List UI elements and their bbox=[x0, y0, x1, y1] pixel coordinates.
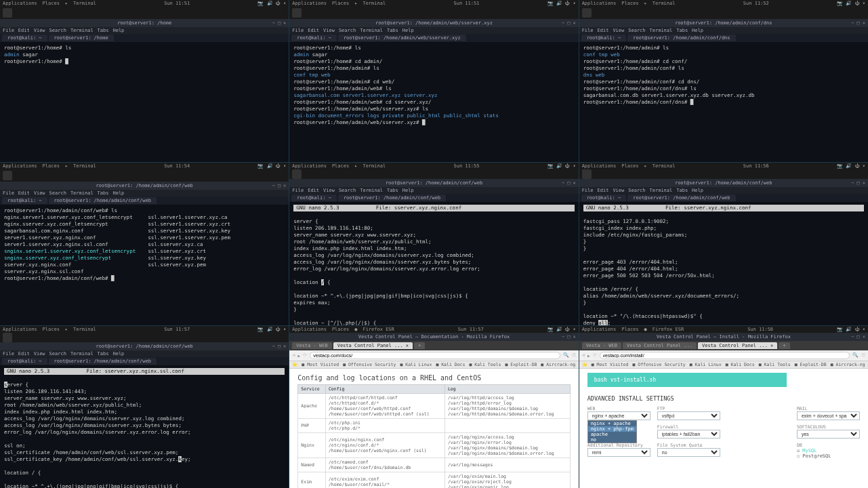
settings-grid: WEBnginx + apache nginx + apachenginx + … bbox=[579, 402, 868, 463]
reload-icon[interactable]: ⟳ bbox=[303, 352, 307, 358]
panel-9: ApplicationsPlaces●Firefox ESRSun 11:58📷… bbox=[579, 326, 868, 488]
install-cmd: bash vst-install.sh bbox=[587, 373, 787, 387]
panel-3: ApplicationsPlaces▸TerminalSun 11:52📷 🔊 … bbox=[579, 0, 868, 162]
repo-select[interactable]: remi bbox=[587, 448, 650, 457]
vesta-page: bash vst-install.sh ADVANCED INSTALL SET… bbox=[579, 369, 868, 488]
softaculous-select[interactable]: yes bbox=[797, 430, 860, 439]
postgresql-checkbox[interactable]: ☐ PostgreSQL bbox=[797, 453, 860, 459]
terminal[interactable]: root@server1:/home/admin/conf/web# lsngi… bbox=[0, 205, 289, 325]
firewall-select[interactable]: iptables + fail2ban bbox=[657, 430, 720, 439]
maximize-icon[interactable]: □ bbox=[278, 20, 281, 26]
bookmarks-bar: ⭐ ■ Most Visited■ Offensive Security■ Ka… bbox=[289, 361, 578, 369]
nano-editor[interactable]: GNU nano 2.5.3 File: sserver.xyz.nginx.c… bbox=[579, 202, 868, 325]
panel-8: ApplicationsPlaces●Firefox ESRSun 11:57📷… bbox=[289, 326, 578, 488]
minimize-icon[interactable]: − bbox=[272, 20, 275, 26]
tray-icons[interactable]: 📷 🔊 ⏻ ▾ bbox=[257, 1, 286, 6]
panel-4: ApplicationsPlaces▸TerminalSun 11:54📷 🔊 … bbox=[0, 163, 289, 325]
web-dropdown-open[interactable]: nginx + apachenginx + php-fpmapacheno bbox=[587, 420, 637, 443]
dock-item[interactable] bbox=[3, 8, 12, 18]
config-table: ServiceConfigLogApache/etc/httpd/conf/ht… bbox=[297, 384, 570, 488]
panel-1: ApplicationsPlaces▸TerminalSun 11:51📷 🔊 … bbox=[0, 0, 289, 162]
ftp-select[interactable]: vsftpd bbox=[657, 411, 720, 420]
panel-7: ApplicationsPlaces▸TerminalSun 11:57📷 🔊 … bbox=[0, 326, 289, 488]
nano-editor[interactable]: GNU nano 2.5.3 File: sserver.xyz.nginx.s… bbox=[0, 365, 289, 488]
gnome-topbar: ApplicationsPlaces▸TerminalSun 11:51📷 🔊 … bbox=[0, 0, 289, 7]
terminal[interactable]: root@server1:/home/admin# lsconf tmp web… bbox=[579, 42, 868, 162]
section-title: ADVANCED INSTALL SETTINGS bbox=[579, 395, 868, 402]
web-select[interactable]: nginx + apache bbox=[587, 411, 650, 420]
close-icon[interactable]: × bbox=[283, 20, 286, 26]
nano-editor[interactable]: GNU nano 2.5.3 File: sserver.xyz.nginx.c… bbox=[289, 202, 578, 325]
url-input[interactable] bbox=[310, 352, 560, 359]
menu-icon[interactable]: ☰ bbox=[572, 352, 576, 358]
tab[interactable]: root@kali: ~ bbox=[2, 35, 47, 41]
back-icon[interactable]: ◀ bbox=[292, 352, 295, 358]
forward-icon: ▶ bbox=[298, 353, 301, 358]
page-content: Config and log locations on a RHEL and C… bbox=[289, 369, 578, 488]
url-input[interactable] bbox=[600, 352, 850, 359]
window-titlebar: root@server1: /home−□× bbox=[0, 19, 289, 27]
terminal[interactable]: root@server1:/home# lsadmin sagarroot@se… bbox=[0, 42, 289, 162]
panel-6: ApplicationsPlaces▸TerminalSun 11:56📷 🔊 … bbox=[579, 163, 868, 325]
address-bar: ◀▶⟳🔍☰ bbox=[289, 350, 578, 361]
panel-2: ApplicationsPlaces▸TerminalSun 11:51📷 🔊 … bbox=[289, 0, 578, 162]
mysql-checkbox[interactable]: ☑ MySQL bbox=[797, 448, 860, 453]
tab-bar: root@kali: ~root@server1: /home bbox=[0, 34, 289, 42]
search-icon[interactable]: 🔍 bbox=[563, 352, 569, 358]
panel-5: ApplicationsPlaces▸TerminalSun 11:55📷 🔊 … bbox=[289, 163, 578, 325]
tab[interactable]: root@server1: /home bbox=[49, 35, 114, 41]
quota-select[interactable]: no bbox=[657, 448, 720, 457]
dock bbox=[0, 7, 289, 19]
mail-select[interactable]: exim + dovecot + spamassassin + clamav bbox=[797, 411, 860, 420]
terminal[interactable]: root@server1:/home# lsadmin sagarroot@se… bbox=[289, 42, 578, 162]
browser-tabs: Vesta - WEBVesta Control Panel ... ×+ bbox=[289, 341, 578, 350]
doc-title: Config and log locations on a RHEL and C… bbox=[297, 374, 570, 382]
menubar: FileEditViewSearchTerminalTabsHelp bbox=[0, 27, 289, 34]
